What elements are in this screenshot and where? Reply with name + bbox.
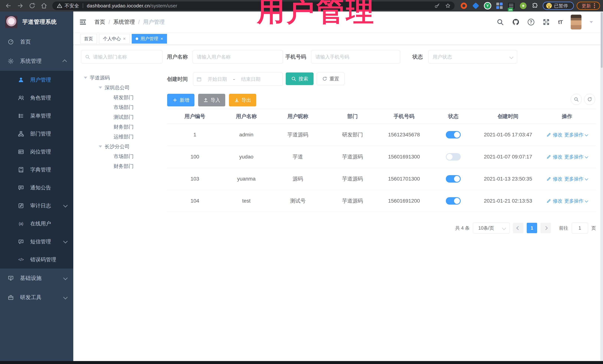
sidebar-item-部门管理[interactable]: 部门管理 — [0, 125, 73, 143]
sidebar-item-短信管理[interactable]: 短信管理 — [0, 232, 73, 251]
mobile-input[interactable] — [315, 54, 396, 60]
tab-home[interactable]: 首页 — [80, 34, 97, 44]
reset-button[interactable]: 重置 — [317, 72, 345, 85]
tree-node-长沙分公司[interactable]: 长沙分公司 — [81, 142, 163, 151]
next-page-button[interactable] — [541, 223, 551, 233]
overlay-annotation-title: 用户管理 — [257, 0, 376, 25]
edit-link[interactable]: 修改 — [546, 198, 562, 204]
extension-puzzle-icon[interactable] — [531, 2, 539, 10]
tree-node-市场部门[interactable]: 市场部门 — [81, 102, 163, 112]
search-button[interactable]: 搜索 — [286, 72, 313, 85]
sidebar-item-通知公告[interactable]: 通知公告 — [0, 179, 73, 197]
scrollbar-thumb[interactable] — [601, 12, 603, 68]
avatar-caret-icon[interactable] — [590, 21, 593, 23]
status-toggle[interactable] — [446, 131, 461, 138]
breadcrumb-home[interactable]: 首页 — [94, 18, 105, 26]
edit-link[interactable]: 修改 — [546, 176, 562, 182]
sidebar-menu: 首页系统管理用户管理角色管理菜单管理部门管理岗位管理字典管理通知公告审计日志(a… — [0, 32, 73, 307]
home-icon[interactable] — [40, 2, 47, 9]
sidebar-item-错误码管理[interactable]: </>错误码管理 — [0, 251, 73, 269]
sidebar-item-角色管理[interactable]: 角色管理 — [0, 89, 73, 107]
browser-menu-icon[interactable] — [594, 5, 595, 6]
page-1-button[interactable]: 1 — [527, 223, 537, 233]
status-toggle[interactable] — [446, 175, 461, 183]
tree-node-label: 测试部门 — [114, 114, 134, 121]
sidebar-item-菜单管理[interactable]: 菜单管理 — [0, 107, 73, 125]
chevron-down-icon — [585, 133, 588, 136]
sidebar-item-研发工具[interactable]: 研发工具 — [0, 288, 73, 307]
close-icon[interactable]: × — [123, 36, 126, 41]
sidebar-item-首页[interactable]: 首页 — [0, 32, 73, 52]
tab-profile[interactable]: 个人中心× — [99, 34, 129, 44]
edit-link[interactable]: 修改 — [546, 154, 562, 160]
tree-node-深圳总公司[interactable]: 深圳总公司 — [81, 83, 163, 92]
status-select[interactable]: 用户状态 — [429, 50, 517, 64]
extension-list-icon[interactable]: on — [507, 2, 515, 10]
tree-node-财务部门[interactable]: 财务部门 — [81, 122, 163, 132]
fullscreen-icon[interactable] — [543, 18, 550, 26]
prev-page-button[interactable] — [513, 223, 523, 233]
more-actions-link[interactable]: 更多操作 — [564, 154, 587, 160]
dept-search-input[interactable] — [93, 54, 158, 60]
tree-node-市场部门[interactable]: 市场部门 — [81, 151, 163, 161]
import-button[interactable]: 导入 — [198, 94, 225, 106]
tab-user-management[interactable]: 用户管理× — [132, 34, 167, 44]
more-actions-link[interactable]: 更多操作 — [564, 132, 587, 138]
extension-squares-icon[interactable] — [495, 2, 504, 10]
tree-node-财务部门[interactable]: 财务部门 — [81, 161, 163, 171]
tree-expand-icon[interactable] — [99, 87, 102, 88]
add-button[interactable]: 新增 — [167, 94, 195, 106]
github-icon[interactable] — [512, 18, 520, 26]
tree-node-label: 芋道源码 — [90, 75, 110, 81]
sidebar-item-字典管理[interactable]: 字典管理 — [0, 161, 73, 179]
tree-node-运维部门[interactable]: 运维部门 — [81, 132, 163, 142]
profile-paused-chip[interactable]: 已暂停 — [543, 2, 574, 10]
sidebar-item-系统管理[interactable]: 系统管理 — [0, 52, 73, 71]
refresh-list-button[interactable] — [584, 94, 595, 105]
extension-y-icon[interactable]: Y — [484, 2, 492, 10]
browser-update-button[interactable]: 更新 — [577, 2, 600, 10]
breadcrumb-system[interactable]: 系统管理 — [113, 18, 135, 26]
page-scrollbar[interactable] — [600, 11, 603, 361]
cell: 103 — [167, 176, 223, 182]
password-key-icon[interactable] — [434, 3, 440, 9]
username-input[interactable] — [197, 54, 279, 60]
more-actions-link[interactable]: 更多操作 — [564, 176, 587, 182]
sidebar-item-在线用户[interactable]: (a)在线用户 — [0, 215, 73, 232]
edit-link[interactable]: 修改 — [546, 132, 562, 138]
sidebar-item-用户管理[interactable]: 用户管理 — [0, 71, 73, 89]
reload-icon[interactable] — [29, 2, 36, 9]
extension-key-icon[interactable] — [519, 2, 527, 10]
address-bar[interactable]: 不安全 dashboard.yudao.iocoder.cn/system/us… — [52, 1, 454, 10]
page-size-select[interactable]: 10条/页 — [473, 223, 510, 233]
sidebar-item-基础设施[interactable]: 基础设施 — [0, 269, 73, 288]
forward-icon[interactable] — [17, 2, 24, 9]
search-icon[interactable] — [497, 18, 504, 26]
extension-ubuntu-icon[interactable] — [460, 2, 468, 10]
font-size-icon[interactable]: tT — [558, 19, 563, 25]
sidebar-item-岗位管理[interactable]: 岗位管理 — [0, 143, 73, 161]
help-icon[interactable]: ? — [528, 19, 534, 25]
extension-gem-icon[interactable] — [472, 2, 480, 10]
sidebar-item-审计日志[interactable]: 审计日志 — [0, 197, 73, 215]
toggle-search-button[interactable] — [571, 94, 582, 105]
sidebar-collapse-icon[interactable] — [79, 18, 87, 26]
goto-page-input[interactable] — [572, 223, 588, 233]
bookmark-star-icon[interactable] — [445, 3, 451, 9]
back-icon[interactable] — [5, 2, 12, 9]
close-icon[interactable]: × — [161, 36, 163, 41]
tree-node-测试部门[interactable]: 测试部门 — [81, 112, 163, 122]
plus-icon — [172, 98, 178, 103]
tree-node-研发部门[interactable]: 研发部门 — [81, 92, 163, 102]
more-actions-link[interactable]: 更多操作 — [564, 198, 587, 204]
status-toggle[interactable] — [446, 153, 461, 161]
cell: admin — [223, 132, 270, 138]
status-toggle[interactable] — [446, 197, 461, 205]
tree-expand-icon[interactable] — [99, 145, 102, 147]
export-button[interactable]: 导出 — [229, 94, 256, 106]
date-range-picker[interactable]: 开始日期 - 结束日期 — [193, 72, 283, 86]
user-avatar[interactable] — [571, 15, 581, 30]
app-logo[interactable]: 芋道管理系统 — [0, 11, 73, 32]
tree-expand-icon[interactable] — [84, 77, 87, 79]
tree-node-芋道源码[interactable]: 芋道源码 — [81, 73, 163, 83]
